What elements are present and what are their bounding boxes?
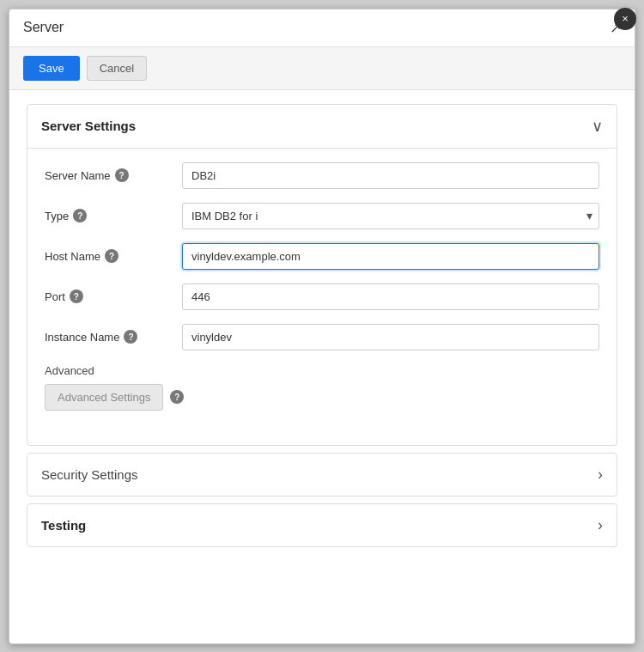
advanced-settings-button[interactable]: Advanced Settings xyxy=(45,384,163,411)
cancel-button[interactable]: Cancel xyxy=(87,56,147,81)
type-select-wrapper: IBM DB2 for i IBM DB2 Microsoft SQL Serv… xyxy=(182,203,599,229)
close-button[interactable]: × xyxy=(614,8,636,30)
server-dialog: × Server ↗ Save Cancel Server Settings ∨… xyxy=(9,9,635,644)
server-settings-body: Server Name ? Type ? IBM DB2 for i IBM D xyxy=(27,149,617,445)
advanced-help-icon[interactable]: ? xyxy=(170,390,184,404)
security-settings-title: Security Settings xyxy=(41,467,138,482)
testing-header[interactable]: Testing › xyxy=(27,504,617,546)
server-settings-title: Server Settings xyxy=(41,119,136,133)
server-name-help-icon[interactable]: ? xyxy=(115,168,129,182)
port-label: Port ? xyxy=(45,289,182,303)
instance-name-help-icon[interactable]: ? xyxy=(124,330,137,344)
dialog-body: Server Settings ∨ Server Name ? Type ? xyxy=(9,90,635,643)
instance-name-row: Instance Name ? xyxy=(45,324,599,350)
dialog-title: Server xyxy=(23,20,64,35)
type-label: Type ? xyxy=(45,209,182,222)
type-help-icon[interactable]: ? xyxy=(73,209,87,222)
port-input[interactable] xyxy=(182,283,599,310)
server-name-label: Server Name ? xyxy=(45,168,182,182)
type-row: Type ? IBM DB2 for i IBM DB2 Microsoft S… xyxy=(45,203,599,229)
save-button[interactable]: Save xyxy=(23,56,80,81)
host-name-label: Host Name ? xyxy=(45,249,182,263)
server-settings-header[interactable]: Server Settings ∨ xyxy=(27,105,617,149)
close-icon: × xyxy=(622,12,629,25)
advanced-label: Advanced xyxy=(45,364,599,377)
security-settings-header[interactable]: Security Settings › xyxy=(27,454,617,496)
security-settings-chevron: › xyxy=(598,466,603,484)
instance-name-input[interactable] xyxy=(182,324,599,350)
port-help-icon[interactable]: ? xyxy=(70,289,83,303)
host-name-help-icon[interactable]: ? xyxy=(105,249,118,263)
server-name-row: Server Name ? xyxy=(45,162,599,189)
security-settings-section: Security Settings › xyxy=(27,453,617,497)
advanced-row: Advanced Advanced Settings ? xyxy=(45,364,599,411)
instance-name-label: Instance Name ? xyxy=(45,330,182,344)
host-name-row: Host Name ? xyxy=(45,243,599,270)
server-settings-chevron: ∨ xyxy=(592,117,603,136)
testing-section: Testing › xyxy=(27,503,617,547)
server-name-input[interactable] xyxy=(182,162,599,189)
host-name-input[interactable] xyxy=(182,243,599,270)
port-row: Port ? xyxy=(45,283,599,310)
testing-title: Testing xyxy=(41,518,86,533)
advanced-btn-wrapper: Advanced Settings ? xyxy=(45,384,599,411)
testing-chevron: › xyxy=(598,516,603,534)
toolbar: Save Cancel xyxy=(9,46,635,90)
server-settings-section: Server Settings ∨ Server Name ? Type ? xyxy=(27,104,617,446)
dialog-header: Server ↗ xyxy=(9,9,635,46)
type-select[interactable]: IBM DB2 for i IBM DB2 Microsoft SQL Serv… xyxy=(182,203,599,229)
